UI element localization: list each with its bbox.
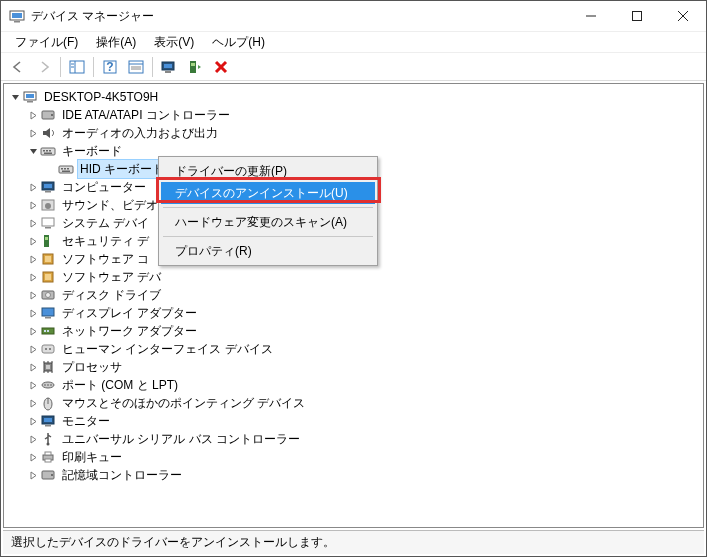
display-icon xyxy=(40,305,56,321)
tree-item-label: システム デバイ xyxy=(60,214,151,232)
svg-rect-31 xyxy=(46,150,48,152)
app-icon xyxy=(9,8,25,24)
tree-item-network[interactable]: ネットワーク アダプター xyxy=(6,322,701,340)
chevron-down-icon[interactable] xyxy=(8,93,22,102)
svg-rect-44 xyxy=(42,218,54,226)
hid-icon xyxy=(40,341,56,357)
device-tree-pane[interactable]: DESKTOP-4K5TO9HIDE ATA/ATAPI コントローラーオーディ… xyxy=(3,83,704,528)
tree-item-storage[interactable]: 記憶域コントローラー xyxy=(6,466,701,484)
ctx-scan-hardware[interactable]: ハードウェア変更のスキャン(A) xyxy=(161,211,375,233)
chevron-right-icon[interactable] xyxy=(26,111,40,120)
tree-item-ide[interactable]: IDE ATA/ATAPI コントローラー xyxy=(6,106,701,124)
tree-item-label: コンピューター xyxy=(60,178,148,196)
help-button[interactable]: ? xyxy=(98,55,122,79)
svg-rect-49 xyxy=(45,256,51,262)
svg-point-73 xyxy=(50,384,52,386)
chevron-right-icon[interactable] xyxy=(26,309,40,318)
hidkbd-icon xyxy=(58,161,74,177)
ctx-uninstall-device[interactable]: デバイスのアンインストール(U) xyxy=(161,182,375,204)
chevron-right-icon[interactable] xyxy=(26,471,40,480)
tree-item-print[interactable]: 印刷キュー xyxy=(6,448,701,466)
scan-hardware-button[interactable] xyxy=(157,55,181,79)
svg-rect-32 xyxy=(49,150,51,152)
svg-rect-21 xyxy=(191,63,195,66)
svg-rect-58 xyxy=(47,330,49,332)
svg-rect-55 xyxy=(45,317,51,319)
chevron-down-icon[interactable] xyxy=(26,147,40,156)
tree-item-audio[interactable]: オーディオの入力および出力 xyxy=(6,124,701,142)
tree-item-swdev[interactable]: ソフトウェア デバ xyxy=(6,268,701,286)
svg-rect-41 xyxy=(45,191,51,193)
tree-item-root[interactable]: DESKTOP-4K5TO9H xyxy=(6,88,701,106)
chevron-right-icon[interactable] xyxy=(26,381,40,390)
svg-rect-33 xyxy=(44,153,52,155)
chevron-right-icon[interactable] xyxy=(26,399,40,408)
monitor-icon xyxy=(40,413,56,429)
ctx-update-driver[interactable]: ドライバーの更新(P) xyxy=(161,160,375,182)
window-title: デバイス マネージャー xyxy=(31,8,154,25)
svg-rect-2 xyxy=(14,21,20,23)
tree-item-hid[interactable]: ヒューマン インターフェイス デバイス xyxy=(6,340,701,358)
chevron-right-icon[interactable] xyxy=(26,273,40,282)
context-menu: ドライバーの更新(P) デバイスのアンインストール(U) ハードウェア変更のスキ… xyxy=(158,156,378,266)
svg-rect-46 xyxy=(44,235,49,247)
device-manager-window: デバイス マネージャー ファイル(F) 操作(A) 表示(V) ヘルプ(H) ?… xyxy=(0,0,707,557)
ctx-separator xyxy=(163,207,373,208)
svg-rect-20 xyxy=(190,61,196,73)
tree-item-usb[interactable]: ユニバーサル シリアル バス コントローラー xyxy=(6,430,701,448)
svg-rect-81 xyxy=(45,452,51,455)
svg-point-84 xyxy=(51,474,53,476)
properties-button[interactable] xyxy=(124,55,148,79)
chevron-right-icon[interactable] xyxy=(26,453,40,462)
tree-item-display[interactable]: ディスプレイ アダプター xyxy=(6,304,701,322)
svg-rect-38 xyxy=(62,171,70,173)
chevron-right-icon[interactable] xyxy=(26,417,40,426)
menu-file[interactable]: ファイル(F) xyxy=(7,32,86,53)
show-hide-tree-button[interactable] xyxy=(65,55,89,79)
tree-item-label: ヒューマン インターフェイス デバイス xyxy=(60,340,275,358)
uninstall-button[interactable] xyxy=(209,55,233,79)
toolbar: ? xyxy=(1,53,706,81)
chevron-right-icon[interactable] xyxy=(26,255,40,264)
chevron-right-icon[interactable] xyxy=(26,345,40,354)
close-button[interactable] xyxy=(660,1,706,31)
storage-icon xyxy=(40,467,56,483)
maximize-button[interactable] xyxy=(614,1,660,31)
tree-item-ports[interactable]: ポート (COM と LPT) xyxy=(6,376,701,394)
minimize-button[interactable] xyxy=(568,1,614,31)
ctx-properties[interactable]: プロパティ(R) xyxy=(161,240,375,262)
chevron-right-icon[interactable] xyxy=(26,435,40,444)
tree-item-monitor[interactable]: モニター xyxy=(6,412,701,430)
tree-item-label: ディスプレイ アダプター xyxy=(60,304,199,322)
svg-rect-63 xyxy=(46,365,50,369)
swcomp-icon xyxy=(40,251,56,267)
tree-item-disk[interactable]: ディスク ドライブ xyxy=(6,286,701,304)
menu-action[interactable]: 操作(A) xyxy=(88,32,144,53)
tree-item-cpu[interactable]: プロセッサ xyxy=(6,358,701,376)
usb-icon xyxy=(40,431,56,447)
menu-view[interactable]: 表示(V) xyxy=(146,32,202,53)
chevron-right-icon[interactable] xyxy=(26,237,40,246)
disk-icon xyxy=(40,287,56,303)
chevron-right-icon[interactable] xyxy=(26,327,40,336)
chevron-right-icon[interactable] xyxy=(26,129,40,138)
svg-rect-51 xyxy=(45,274,51,280)
svg-text:?: ? xyxy=(106,60,113,74)
chevron-right-icon[interactable] xyxy=(26,291,40,300)
tree-item-label: サウンド、ビデオ xyxy=(60,196,160,214)
back-button[interactable] xyxy=(6,55,30,79)
forward-button[interactable] xyxy=(32,55,56,79)
chevron-right-icon[interactable] xyxy=(26,201,40,210)
svg-point-72 xyxy=(47,384,49,386)
chevron-right-icon[interactable] xyxy=(26,363,40,372)
ports-icon xyxy=(40,377,56,393)
tree-item-mouse[interactable]: マウスとそのほかのポインティング デバイス xyxy=(6,394,701,412)
update-driver-button[interactable] xyxy=(183,55,207,79)
menu-help[interactable]: ヘルプ(H) xyxy=(204,32,273,53)
svg-rect-57 xyxy=(44,330,46,332)
chevron-right-icon[interactable] xyxy=(26,183,40,192)
svg-rect-25 xyxy=(26,94,34,98)
titlebar[interactable]: デバイス マネージャー xyxy=(1,1,706,31)
chevron-right-icon[interactable] xyxy=(26,219,40,228)
ide-icon xyxy=(40,107,56,123)
